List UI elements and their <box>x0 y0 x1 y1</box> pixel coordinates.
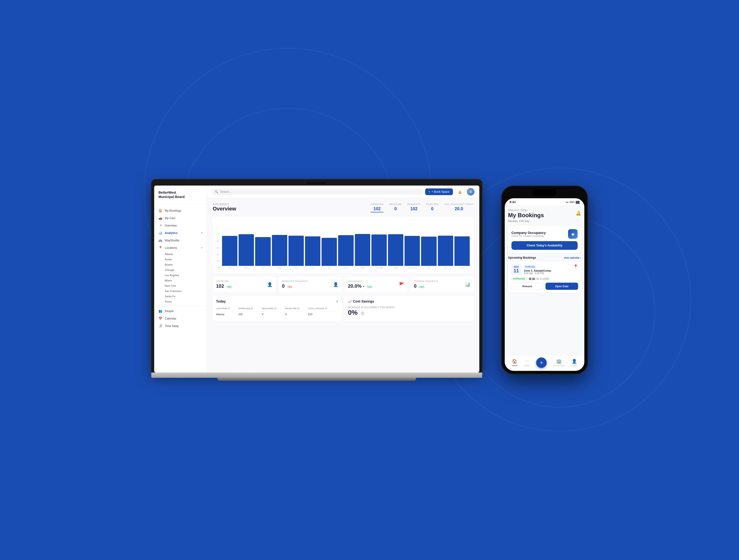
battery-icon: ▓▓ <box>576 201 580 203</box>
sidebar-item-label: Calendar <box>165 317 176 320</box>
sidebar-sub-new-york[interactable]: New York <box>154 283 207 289</box>
y-label-100: 100 <box>216 260 220 262</box>
stats-card-rejected-label: REJECTED REQUESTS <box>282 280 308 283</box>
sidebar-sub-texas[interactable]: Texas <box>154 299 207 304</box>
stat-approved-value: 102 <box>371 206 384 212</box>
sidebar-sub-boston[interactable]: Boston <box>154 262 207 267</box>
view-calendar-link[interactable]: view calendar › <box>564 256 581 259</box>
stat-rejected-value: 0 <box>426 206 439 211</box>
col-released: RELEASED ⓘ <box>262 306 285 312</box>
sidebar-item-overview[interactable]: ↗ Overview <box>154 222 207 229</box>
notification-button[interactable]: 🔔 <box>455 188 464 195</box>
phone-nav-profile[interactable]: 👤 Profile <box>571 359 577 367</box>
sidebar-sub-los-angeles[interactable]: Los Angeles <box>154 272 207 278</box>
open-gate-button[interactable]: Open Gate <box>546 283 578 290</box>
phone-nav-out-of-office[interactable]: 🏢 Out of Office <box>553 359 565 367</box>
sidebar-item-my-bookings[interactable]: 🏠 My Bookings <box>154 207 207 214</box>
today-table: LOCATION ⓘ APPROVED ⓘ RELEASED ⓘ REJECTE… <box>216 306 338 317</box>
phone-booking-status: APPROVED 🅿 🅿 191 D 12345 <box>511 277 578 281</box>
stats-card-occupancy: OCCUPANCY 20.0% - +0% 🚩 <box>344 276 408 292</box>
chart-x-label-1: Mon <box>245 267 249 269</box>
sidebar-sub-santa-fe[interactable]: Santa Fe <box>154 294 207 299</box>
y-label-60: 60 <box>216 247 220 249</box>
stats-card-occupancy-value: 20.0% - +0% <box>348 284 373 289</box>
check-availability-button[interactable]: Check Today's Availability <box>511 241 578 250</box>
stats-card-rejected-value: 0 +0% <box>282 284 308 289</box>
sidebar-item-label: My Bookings <box>165 209 181 212</box>
sidebar-item-people[interactable]: 👥 People <box>154 307 207 315</box>
topbar: 🔍 Search... + + Book Space 🔔 D <box>207 186 479 198</box>
stats-card-pending-value: 0 +0% <box>414 284 438 289</box>
main-content: 🔍 Search... + + Book Space 🔔 D <box>207 186 479 373</box>
phone-header-row: Welcome, Diego My Bookings Monday, 17th … <box>508 209 581 226</box>
phone-day-label: WED <box>513 265 519 268</box>
sidebar-item-analytics[interactable]: 📊 Analytics ▾ <box>154 229 207 237</box>
stats-card-rejected: REJECTED REQUESTS 0 +0% 👤 <box>279 276 342 292</box>
out-of-office-nav-icon: 🏢 <box>556 359 562 364</box>
stat-avg-occupancy: AVG. OCCUPANCY TODAY 20.0 <box>444 203 473 212</box>
phone-company-subtitle: Check the company availability <box>511 235 546 237</box>
chart-bar-11 <box>405 236 420 266</box>
overview-stats: APPROVED 102 RELEASED 0 REQUESTS 102 <box>371 203 473 212</box>
stats-card-approved-left: APPROVED 102 +9% <box>216 280 233 289</box>
sidebar-item-wayshuttle[interactable]: 🚌 WayShuttle <box>154 237 207 244</box>
stat-avg-label: AVG. OCCUPANCY TODAY <box>444 203 473 205</box>
sidebar-sub-chicago[interactable]: Chicago <box>154 267 207 272</box>
bell-icon[interactable]: 🔔 <box>576 211 581 215</box>
chart-bar-group-2: Tue <box>255 227 271 269</box>
sidebar-sub-miami[interactable]: Miami <box>154 278 207 283</box>
stat-requests-value: 102 <box>407 206 420 211</box>
chevron-down-icon: ▾ <box>201 231 202 234</box>
chart-x-label-9: Yesterday <box>375 267 383 269</box>
profile-nav-label: Profile <box>571 364 577 367</box>
phone-nav-plus-button[interactable]: + <box>536 357 547 368</box>
sidebar-sub-atlanta[interactable]: Atlanta <box>154 251 207 257</box>
sidebar-item-time-away[interactable]: 🏖 Time Away <box>154 322 207 330</box>
chart-bar-3 <box>272 235 287 266</box>
laptop-screen: BetterWestMunicipal Board 🏠 My Bookings … <box>154 186 479 373</box>
phone-company-title: Company Occupancy <box>511 231 546 235</box>
chart-bar-group-12: Fri <box>421 227 436 269</box>
chart-x-label-6: Sat <box>328 267 331 269</box>
phone-nav-home[interactable]: 🏠 Home <box>512 359 518 367</box>
nudge-nav-label: Nudge <box>524 364 530 367</box>
search-box[interactable]: 🔍 Search... <box>212 189 422 195</box>
sidebar-sub-austin[interactable]: Austin <box>154 257 207 262</box>
phone-company-header: Company Occupancy Check the company avai… <box>511 229 578 239</box>
info-icon: ⓘ <box>361 312 364 316</box>
bell-icon: 🔔 <box>458 190 462 194</box>
chart-bar-9 <box>372 234 387 266</box>
chart-x-label-5: Fri <box>311 267 314 269</box>
phone-title-group: Welcome, Diego My Bookings Monday, 17th … <box>508 209 544 226</box>
phone: 9:41 ▪▪▪ WiFi ▓▓ Welcome, Diego My Booki… <box>501 186 588 374</box>
stats-card-occupancy-label: OCCUPANCY <box>348 280 373 283</box>
chart-bar-6 <box>321 238 337 266</box>
wifi-icon: WiFi <box>570 201 575 203</box>
home-nav-icon: 🏠 <box>512 359 517 364</box>
phone-nav-nudge[interactable]: 〰 Nudge <box>524 359 530 367</box>
stat-approved: APPROVED 102 <box>371 203 384 212</box>
stats-card-pending-label: PENDING REQUESTS <box>414 280 438 283</box>
sidebar-item-my-cars[interactable]: 🚗 My Cars <box>154 214 207 222</box>
chart-x-label-8: Mon <box>360 267 364 269</box>
sidebar-sub-san-francisco[interactable]: San Francisco <box>154 289 207 294</box>
y-label-80: 80 <box>216 253 220 256</box>
cell-rejected: 0 <box>285 312 308 317</box>
overview-section: THIS WEEK'S Overview APPROVED 102 RELEAS… <box>207 198 479 326</box>
sidebar-item-locations[interactable]: 📍 Locations ▾ <box>154 244 207 251</box>
overview-header: THIS WEEK'S Overview APPROVED 102 RELEAS… <box>213 203 473 212</box>
stat-approved-label: APPROVED <box>371 203 384 205</box>
stats-card-pending: PENDING REQUESTS 0 +0% 📊 <box>411 276 473 292</box>
cell-total: 510 <box>308 312 338 317</box>
book-space-button[interactable]: + + Book Space <box>425 188 453 195</box>
cost-savings-title: 📈 Cost Savings <box>348 300 374 303</box>
user-avatar[interactable]: D <box>467 188 474 196</box>
chart-area-wrapper: 120 100 80 60 40 20 0 SunMonTueWedThuFri… <box>216 221 470 269</box>
stat-requests-label: REQUESTS <box>407 203 420 205</box>
laptop-foot <box>217 378 416 381</box>
sidebar-item-calendar[interactable]: 📅 Calendar <box>154 315 207 322</box>
today-header: Today ⬇ <box>216 300 338 303</box>
flag-icon: 🚩 <box>399 282 404 287</box>
cost-savings-header: 📈 Cost Savings <box>348 300 470 303</box>
release-button[interactable]: Release <box>511 283 544 290</box>
